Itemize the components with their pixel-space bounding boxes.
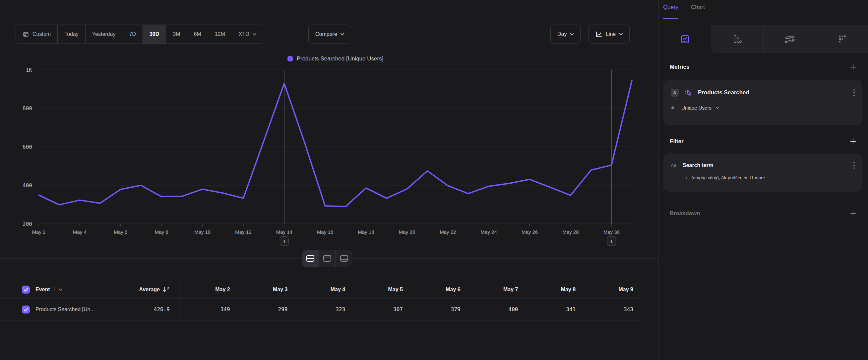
date-cell-value: 323 — [294, 306, 352, 312]
view-split-rows-button[interactable] — [302, 250, 319, 267]
y-axis-label: 200 — [23, 221, 32, 227]
average-value: 426.9 — [154, 306, 170, 312]
series-checkbox[interactable] — [22, 306, 30, 313]
chevron-down-icon — [715, 107, 719, 109]
filter-card[interactable]: Aa Search term Is (empty string), Air pu… — [663, 154, 862, 192]
chart-top-icon — [321, 253, 333, 264]
x-axis-label: May 22 — [440, 229, 456, 235]
annotation-badge-count: 1 — [610, 239, 613, 244]
metrics-heading-row: Metrics — [670, 62, 857, 72]
date-cell-value: 307 — [352, 306, 409, 312]
filter-heading: Filter — [670, 138, 684, 145]
metric-name: Products Searched — [698, 89, 853, 96]
chart-type-retention[interactable] — [816, 25, 868, 53]
event-click-icon — [684, 88, 692, 97]
x-axis-label: May 8 — [155, 229, 168, 235]
x-axis-label: May 6 — [114, 229, 127, 235]
date-cell-value: 379 — [409, 306, 467, 312]
event-column-header: Event — [35, 286, 50, 293]
flows-icon — [784, 34, 795, 44]
chart-type-selector — [659, 25, 868, 53]
table-bottom-icon — [339, 253, 350, 264]
x-axis-label: May 12 — [235, 229, 251, 235]
insights-icon — [680, 34, 690, 44]
filter-heading-row: Filter — [670, 137, 857, 146]
chart-type-flows[interactable] — [763, 25, 816, 53]
line-chart: 1K800600400200May 2May 4May 6May 8May 10… — [0, 0, 658, 258]
tab-chart[interactable]: Chart — [691, 4, 705, 15]
add-filter-button[interactable] — [849, 138, 857, 145]
chart-type-bar[interactable] — [711, 25, 764, 53]
sort-descending-icon — [162, 286, 170, 293]
filter-values: (empty string), Air purifier, or 11 more — [692, 175, 765, 180]
y-axis-label: 1K — [26, 67, 32, 73]
metric-card[interactable]: A Products Searched # Unique — [663, 80, 862, 125]
split-rows-icon — [305, 253, 316, 264]
table-header-row: Event 1 Average — [0, 281, 640, 299]
breakdown-table: Event 1 Average — [0, 281, 640, 321]
chevron-down-icon[interactable] — [59, 288, 63, 291]
filter-options-button[interactable] — [853, 161, 855, 169]
x-axis-label: May 20 — [399, 229, 415, 235]
view-table-bottom-button[interactable] — [336, 250, 352, 267]
chart-type-insights[interactable] — [659, 25, 711, 53]
series-label: Products Searched [Un... — [35, 307, 95, 312]
view-chart-top-button[interactable] — [319, 250, 336, 267]
series-line — [39, 80, 632, 206]
table-row: Products Searched [Un... 426.9 349299323… — [0, 299, 640, 321]
aggregation-name: Unique Users — [681, 105, 712, 111]
date-column-header[interactable]: May 2 — [179, 286, 237, 293]
breakdown-heading-row: Breakdown — [670, 209, 857, 218]
x-axis-label: May 26 — [522, 229, 538, 235]
tab-query[interactable]: Query — [663, 4, 678, 15]
metric-options-button[interactable] — [853, 89, 855, 96]
date-column-header[interactable]: May 6 — [409, 286, 467, 293]
y-axis-label: 400 — [23, 182, 32, 189]
date-cell-value: 341 — [525, 306, 583, 312]
aggregation-symbol: # — [672, 105, 677, 111]
filter-property-name: Search term — [683, 162, 853, 168]
x-axis-label: May 28 — [562, 229, 579, 235]
app-root: Custom Today Yesterday 7D 30D 3M 6M 12M … — [0, 0, 868, 360]
date-column-header[interactable]: May 3 — [237, 286, 294, 293]
date-column-header[interactable]: May 8 — [525, 286, 583, 293]
breakdown-heading: Breakdown — [670, 210, 700, 217]
query-panel: Query Chart — [658, 0, 868, 360]
date-column-header[interactable]: May 5 — [352, 286, 409, 293]
date-cell-value: 349 — [179, 306, 237, 312]
select-all-checkbox[interactable] — [22, 286, 30, 294]
panel-tabs: Query Chart — [663, 4, 705, 15]
date-column-header[interactable]: May 7 — [467, 286, 525, 293]
filter-operator: Is — [683, 175, 687, 180]
x-axis-label: May 24 — [481, 229, 497, 235]
event-count: 1 — [53, 286, 56, 293]
view-toggle — [302, 250, 352, 267]
filter-condition[interactable]: Is (empty string), Air purifier, or 11 m… — [663, 175, 862, 180]
date-column-header[interactable]: May 9 — [582, 286, 640, 293]
bar-chart-icon — [732, 34, 742, 44]
x-axis-label: May 2 — [32, 229, 46, 235]
x-axis-label: May 18 — [358, 229, 374, 235]
string-property-icon: Aa — [671, 163, 679, 168]
annotation-badge-count: 1 — [283, 239, 285, 244]
aggregation-selector[interactable]: # Unique Users — [663, 105, 862, 111]
x-axis-label: May 10 — [194, 229, 211, 235]
date-cell-value: 343 — [582, 306, 640, 312]
x-axis-label: May 4 — [73, 229, 87, 235]
retention-grid-icon — [837, 34, 847, 44]
date-cell-value: 400 — [467, 306, 525, 312]
x-axis-label: May 14 — [276, 229, 292, 235]
y-axis-label: 800 — [23, 105, 32, 112]
date-column-header[interactable]: May 4 — [294, 286, 352, 293]
x-axis-label: May 16 — [317, 229, 333, 235]
y-axis-label: 600 — [23, 144, 32, 150]
date-cell-value: 299 — [237, 306, 294, 312]
metrics-heading: Metrics — [670, 64, 690, 71]
average-column-header[interactable]: Average — [139, 286, 170, 293]
table-column-divider — [179, 281, 179, 320]
add-breakdown-button[interactable] — [849, 210, 857, 217]
x-axis-label: May 30 — [603, 229, 620, 235]
add-metric-button[interactable] — [849, 63, 857, 71]
metric-letter-badge: A — [671, 89, 679, 96]
